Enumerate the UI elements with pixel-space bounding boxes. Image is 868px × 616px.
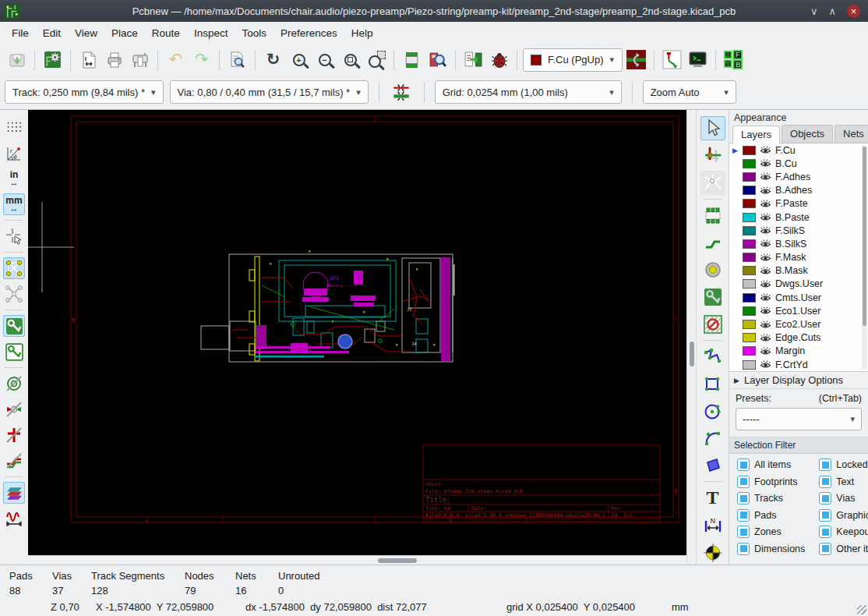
footprint-viewer-button[interactable] [425,48,450,72]
close-button[interactable]: × [847,5,860,18]
plot-button[interactable] [128,48,152,72]
filter-zones[interactable]: Zones [737,526,805,538]
filter-all-items[interactable]: All items [737,458,805,471]
units-inches-button[interactable]: in↔ [3,168,25,189]
checkbox-vias[interactable] [819,492,831,504]
zones-filled-button[interactable] [3,315,25,337]
undo-button[interactable]: ↶ [164,48,188,72]
layer-visibility-eye-icon[interactable] [760,199,771,209]
layer-visibility-eye-icon[interactable] [760,212,771,222]
via-track-swap-button[interactable] [624,48,648,72]
checkbox-tracks[interactable] [737,492,750,504]
find-button[interactable] [225,48,249,72]
add-footprint-tool-button[interactable] [700,204,725,228]
vscroll-thumb[interactable] [690,342,694,366]
menu-place[interactable]: Place [104,24,145,42]
menu-tools[interactable]: Tools [235,24,273,42]
menu-preferences[interactable]: Preferences [273,24,344,42]
filter-other-items[interactable]: Other items [819,543,868,555]
maximize-button[interactable]: ∧ [828,5,836,17]
menu-file[interactable]: File [5,24,36,42]
vertical-scrollbar[interactable] [686,110,696,565]
add-arc-tool-button[interactable] [700,427,725,451]
layer-row-b-paste[interactable]: B.Paste [729,211,868,224]
layer-list-scrollbar[interactable] [862,145,867,369]
checkbox-locked-items[interactable] [819,458,831,471]
layer-color-swatch[interactable] [743,186,756,195]
pads-sketch-mode-button[interactable] [3,398,25,420]
set-origin-tool-button[interactable] [700,540,725,565]
curved-ratsnest-button[interactable] [3,283,25,305]
filter-footprints[interactable]: Footprints [737,476,805,488]
units-mm-button[interactable]: mm↔ [3,193,25,215]
filter-keepouts[interactable]: Keepouts [819,526,868,538]
auto-track-width-button[interactable] [390,80,414,104]
presets-dropdown[interactable]: ----- ▾ [736,408,862,430]
layer-visibility-eye-icon[interactable] [760,172,771,182]
layers-manager-toggle-button[interactable]: FB [722,48,746,72]
layer-row-f-silks[interactable]: F.SilkS [729,224,868,237]
save-button[interactable] [5,48,29,72]
horizontal-scrollbar[interactable] [28,555,686,565]
page-settings-button[interactable] [76,48,101,72]
filter-graphics[interactable]: Graphics [819,509,868,522]
layer-color-swatch[interactable] [743,346,756,356]
checkbox-pads[interactable] [737,509,750,522]
layer-visibility-eye-icon[interactable] [760,346,771,356]
filter-vias[interactable]: Vias [819,492,868,504]
layer-row-f-paste[interactable]: F.Paste [729,197,868,211]
layer-row-eco1-user[interactable]: Eco1.User [729,304,868,317]
tracks-sketch-mode-button[interactable] [3,424,25,446]
layer-row-f-cu[interactable]: ▶F.Cu [729,143,868,157]
tab-objects[interactable]: Objects [782,125,833,143]
footprint-editor-button[interactable] [400,48,424,72]
zoom-selection-button[interactable] [364,48,388,72]
zoom-dropdown[interactable]: Zoom Auto ▾ [643,80,736,104]
board-setup-button[interactable] [41,48,65,72]
layer-row-b-mask[interactable]: B.Mask [729,264,868,278]
high-contrast-mode-button[interactable] [3,482,25,504]
layer-color-swatch[interactable] [743,293,756,303]
layer-color-swatch[interactable] [743,320,756,329]
layer-color-swatch[interactable] [743,159,756,168]
layer-color-swatch[interactable] [743,279,756,289]
layer-color-swatch[interactable] [743,333,756,342]
layer-color-swatch[interactable] [743,172,756,182]
checkbox-zones[interactable] [737,526,750,538]
show-grid-button[interactable] [3,116,25,138]
track-swap-button[interactable] [660,48,684,72]
drc-bug-button[interactable] [487,48,511,72]
add-dimension-tool-button[interactable]: N [700,513,725,537]
checkbox-footprints[interactable] [737,476,750,488]
graphics-sketch-mode-button[interactable] [3,450,25,472]
layer-visibility-eye-icon[interactable] [760,292,771,303]
layer-visibility-eye-icon[interactable] [760,320,771,330]
tab-layers[interactable]: Layers [732,126,780,143]
cursor-shape-button[interactable] [3,225,25,247]
scripting-console-button[interactable] [686,48,710,72]
layer-row-b-cu[interactable]: B.Cu [729,157,868,170]
measure-track-length-button[interactable] [3,508,25,529]
checkbox-graphics[interactable] [819,509,831,522]
update-pcb-from-schematic-button[interactable] [461,48,485,72]
layer-visibility-eye-icon[interactable] [760,253,771,263]
zoom-fit-button[interactable] [338,48,362,72]
layer-row-b-silks[interactable]: B.SilkS [729,237,868,250]
layer-row-f-crtyd[interactable]: F.CrtYd [729,358,868,371]
checkbox-dimensions[interactable] [737,543,750,555]
checkbox-all-items[interactable] [737,458,750,471]
menu-view[interactable]: View [68,24,104,42]
layer-list-scroll-thumb[interactable] [863,147,866,326]
layer-color-swatch[interactable] [743,360,756,370]
layer-row-f-mask[interactable]: F.Mask [729,251,868,264]
layer-color-swatch[interactable] [743,199,756,208]
add-zone-tool-button[interactable] [700,285,725,309]
layer-row-edge-cuts[interactable]: Edge.Cuts [729,331,868,345]
layer-row-f-adhes[interactable]: F.Adhes [729,170,868,183]
layer-visibility-eye-icon[interactable] [760,186,771,196]
layer-row-dwgs-user[interactable]: Dwgs.User [729,278,868,291]
checkbox-text[interactable] [819,476,831,488]
filter-tracks[interactable]: Tracks [737,492,805,504]
add-keepout-tool-button[interactable] [700,312,725,336]
add-polygon-tool-button[interactable] [700,454,725,478]
